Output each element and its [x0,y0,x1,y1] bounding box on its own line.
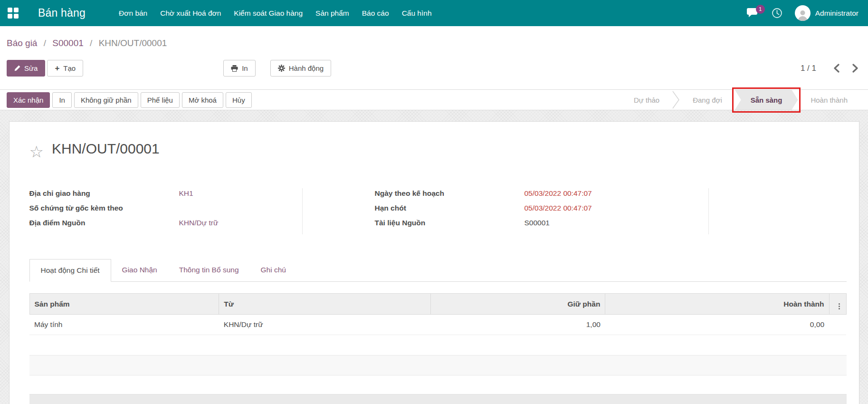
column-header-options [829,294,846,315]
cell-reserved: 1,00 [430,315,605,335]
unlock-button-label: Mở khoá [189,96,217,105]
stage-du-thao[interactable]: Dự thảo [621,90,672,110]
navbar-systray: 1 Administrator [747,5,858,21]
stage-separator-icon [672,90,680,110]
print-button[interactable]: In [223,60,256,77]
apps-menu-icon[interactable] [8,8,19,19]
empty-row [29,355,847,375]
tab-hoat-dong-chi-tiet[interactable]: Hoạt động Chi tiết [29,259,111,282]
edit-button-label: Sửa [24,64,38,73]
user-menu[interactable]: Administrator [795,5,858,21]
main-menu: Đơn bán Chờ xuất Hoá đơn Kiểm soát Giao … [119,9,431,18]
pencil-icon [14,65,20,71]
menu-item-san-pham[interactable]: Sản phẩm [315,9,349,18]
breadcrumb-link-bao-gia[interactable]: Báo giá [7,38,37,48]
field-label-so-chung-tu: Số chứng từ gốc kèm theo [29,203,179,218]
printer-icon [231,65,238,72]
pager: 1 / 1 [801,64,858,73]
field-label-dia-chi-giao-hang: Địa chỉ giao hàng [29,188,179,203]
control-panel-toolbar: Sửa + Tạo In Hành động [0,49,868,89]
create-button[interactable]: + Tạo [47,60,83,77]
print-button-label: In [242,64,248,73]
cell-from: KHN/Dự trữ [219,315,430,335]
tab-thong-tin-bo-sung[interactable]: Thông tin Bổ sung [168,259,250,281]
table-header-row: Sản phẩm Từ Giữ phần Hoàn thành [29,294,846,315]
cell-options [829,315,846,335]
field-value-partner[interactable]: KH1 [179,188,193,203]
menu-item-kiem-soat-giao-hang[interactable]: Kiểm soát Giao hàng [234,9,303,18]
field-value-deadline: 05/03/2022 00:47:07 [525,203,592,218]
pager-previous-icon[interactable] [833,64,839,73]
field-label-ngay-theo-ke-hoach: Ngày theo kế hoạch [375,188,525,203]
table-footer-band [29,394,847,404]
top-navbar: Bán hàng Đơn bán Chờ xuất Hoá đơn Kiểm s… [0,0,868,26]
field-groups: Địa chỉ giao hàng KH1 Số chứng từ gốc kè… [29,188,847,234]
column-header-from: Từ [219,294,430,315]
print-statusbar-label: In [59,96,65,105]
menu-item-cau-hinh[interactable]: Cấu hình [402,9,432,18]
breadcrumb-link-s00001[interactable]: S00001 [52,38,84,48]
unlock-button[interactable]: Mở khoá [182,92,223,108]
action-button-label: Hành động [289,64,324,73]
field-value-source-document: S00001 [525,218,550,232]
plus-icon: + [55,65,59,72]
column-header-product: Sản phẩm [29,294,219,315]
unreserve-button-label: Không giữ phần [81,96,132,105]
confirm-button[interactable]: Xác nhận [7,92,50,108]
confirm-button-label: Xác nhận [13,96,43,105]
stage-hoan-thanh[interactable]: Hoàn thành [798,90,860,110]
activities-clock-icon[interactable] [772,8,782,19]
scrap-button[interactable]: Phế liệu [141,92,180,108]
form-view-background: ☆ KHN/OUT/00001 Địa chỉ giao hàng KH1 Số… [0,110,868,404]
field-label-han-chot: Hạn chót [375,203,525,218]
favorite-star-icon[interactable]: ☆ [29,144,44,160]
message-count-badge: 1 [756,5,765,14]
stage-san-sang-active[interactable]: Sẵn sàng [735,90,798,110]
notebook-tabs: Hoạt động Chi tiết Giao Nhận Thông tin B… [29,259,847,282]
operations-table: Sản phẩm Từ Giữ phần Hoàn thành Máy tính… [29,293,847,404]
breadcrumb-separator: / [90,38,92,48]
field-value-scheduled-date: 05/03/2022 00:47:07 [525,188,592,203]
tab-ghi-chu[interactable]: Ghi chú [250,259,297,281]
table-row[interactable]: Máy tính KHN/Dự trữ 1,00 0,00 [29,315,846,335]
cancel-button[interactable]: Hủy [226,92,252,108]
action-button[interactable]: Hành động [270,60,331,77]
breadcrumb-separator: / [44,38,46,48]
record-title: KHN/OUT/00001 [52,141,160,157]
cancel-button-label: Hủy [232,96,245,105]
statusbar: Xác nhận In Không giữ phần Phế liệu Mở k… [0,89,868,110]
column-header-reserved: Giữ phần [430,294,605,315]
pager-value: 1 / 1 [801,64,816,73]
empty-row [29,335,847,355]
stage-dang-doi[interactable]: Đang đợi [680,90,735,110]
tab-giao-nhan[interactable]: Giao Nhận [111,259,168,281]
field-label-dia-diem-nguon: Địa điểm Nguồn [29,218,179,232]
breadcrumb-current: KHN/OUT/00001 [99,38,167,48]
form-sheet: ☆ KHN/OUT/00001 Địa chỉ giao hàng KH1 Số… [9,121,859,404]
scrap-button-label: Phế liệu [147,96,173,105]
menu-item-don-ban[interactable]: Đơn bán [119,9,147,18]
field-value-source-location[interactable]: KHN/Dự trữ [179,218,219,232]
app-name[interactable]: Bán hàng [38,7,86,19]
messages-icon[interactable]: 1 [747,8,759,19]
user-name: Administrator [815,9,858,18]
column-header-done: Hoàn thành [605,294,829,315]
print-statusbar-button[interactable]: In [52,92,72,108]
avatar [795,5,811,21]
stage-pipeline: Dự thảo Đang đợi Sẵn sàng Hoàn thành [621,90,868,110]
pager-next-icon[interactable] [852,64,858,73]
field-label-tai-lieu-nguon: Tài liệu Nguồn [375,218,525,232]
gear-icon [278,65,285,72]
cell-product: Máy tính [29,315,219,335]
unreserve-button[interactable]: Không giữ phần [74,92,138,108]
breadcrumb: Báo giá / S00001 / KHN/OUT/00001 [0,26,868,49]
empty-row [29,375,847,394]
cell-done: 0,00 [605,315,829,335]
menu-item-cho-xuat-hoa-don[interactable]: Chờ xuất Hoá đơn [160,9,221,18]
optional-columns-icon[interactable] [837,303,841,310]
menu-item-bao-cao[interactable]: Báo cáo [362,9,389,18]
create-button-label: Tạo [63,64,76,73]
edit-button[interactable]: Sửa [7,60,45,77]
